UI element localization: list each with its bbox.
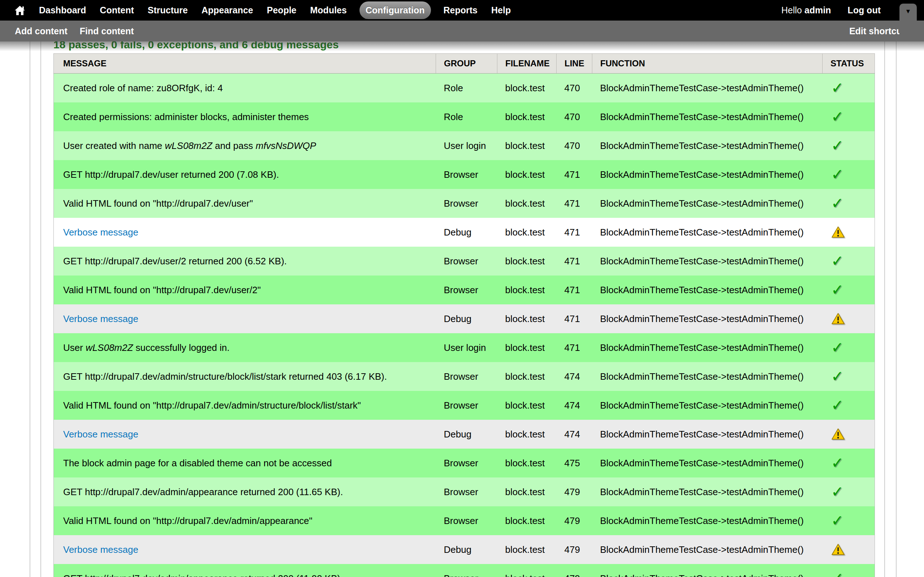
status-cell: ✓ <box>822 160 875 189</box>
function-cell: BlockAdminThemeTestCase->testAdminTheme(… <box>592 477 822 506</box>
message-text: Valid HTML found on "http://drupal7.dev/… <box>63 400 361 411</box>
check-icon: ✓ <box>831 484 844 500</box>
message-text: GET http://drupal7.dev/admin/appearance … <box>63 487 343 497</box>
group-cell: Browser <box>436 160 498 189</box>
shortcut-item-find-content[interactable]: Find content <box>80 26 134 36</box>
group-cell: Browser <box>436 276 498 305</box>
message-text: User created with name <box>63 140 165 151</box>
filename-cell: block.test <box>498 305 557 333</box>
message-cell: GET http://drupal7.dev/admin/appearance … <box>54 477 436 506</box>
message-cell: Created role of name: zu8ORfgK, id: 4 <box>54 74 436 103</box>
toolbar-item-reports[interactable]: Reports <box>444 5 478 16</box>
filename-cell: block.test <box>498 449 557 477</box>
line-cell: 471 <box>557 160 592 189</box>
group-cell: Browser <box>436 391 498 420</box>
line-cell: 471 <box>557 247 592 276</box>
status-cell: ✓ <box>822 477 875 506</box>
verbose-message-link[interactable]: Verbose message <box>63 313 138 324</box>
warning-icon <box>831 226 845 237</box>
group-cell: Browser <box>436 449 498 477</box>
toolbar-item-configuration[interactable]: Configuration <box>360 2 431 19</box>
table-row: Valid HTML found on "http://drupal7.dev/… <box>54 189 875 218</box>
check-icon: ✓ <box>831 167 844 182</box>
verbose-message-link[interactable]: Verbose message <box>63 429 138 440</box>
table-row: Verbose messageDebugblock.test471BlockAd… <box>54 305 875 333</box>
table-row: Valid HTML found on "http://drupal7.dev/… <box>54 276 875 305</box>
table-row: GET http://drupal7.dev/user returned 200… <box>54 160 875 189</box>
verbose-message-link[interactable]: Verbose message <box>63 227 138 238</box>
verbose-message-link[interactable]: Verbose message <box>63 544 138 555</box>
header-row: MESSAGEGROUPFILENAMELINEFUNCTIONSTATUS <box>54 54 875 74</box>
line-cell: 479 <box>557 535 592 564</box>
function-cell: BlockAdminThemeTestCase->testAdminTheme(… <box>592 276 822 305</box>
message-cell: User created with name wLS08m2Z and pass… <box>54 131 436 160</box>
status-cell: ✓ <box>822 131 875 160</box>
group-cell: Browser <box>436 564 498 577</box>
column-header-filename: FILENAME <box>498 54 557 74</box>
message-cell: Verbose message <box>54 535 436 564</box>
table-row: Valid HTML found on "http://drupal7.dev/… <box>54 506 875 535</box>
toolbar-toggle-button[interactable]: ▼ <box>900 3 917 42</box>
admin-toolbar: DashboardContentStructureAppearancePeopl… <box>0 0 924 21</box>
toolbar-item-modules[interactable]: Modules <box>310 5 347 16</box>
message-text: GET http://drupal7.dev/user returned 200… <box>63 169 279 180</box>
table-row: The block admin page for a disabled them… <box>54 449 875 477</box>
message-emphasis: mfvsNsDWQP <box>255 140 316 151</box>
group-cell: User login <box>436 131 498 160</box>
function-cell: BlockAdminThemeTestCase->testAdminTheme(… <box>592 160 822 189</box>
column-header-line: LINE <box>557 54 592 74</box>
line-cell: 471 <box>557 305 592 333</box>
function-cell: BlockAdminThemeTestCase->testAdminTheme(… <box>592 391 822 420</box>
check-icon: ✓ <box>831 398 844 413</box>
line-cell: 474 <box>557 420 592 449</box>
username: admin <box>804 5 831 15</box>
message-text: GET http://drupal7.dev/admin/structure/b… <box>63 371 387 382</box>
logout-link[interactable]: Log out <box>848 5 881 16</box>
line-cell: 471 <box>557 189 592 218</box>
line-cell: 475 <box>557 449 592 477</box>
group-cell: Debug <box>436 535 498 564</box>
table-row: GET http://drupal7.dev/user/2 returned 2… <box>54 247 875 276</box>
check-icon: ✓ <box>831 196 844 211</box>
status-cell: ✓ <box>822 333 875 362</box>
filename-cell: block.test <box>498 564 557 577</box>
filename-cell: block.test <box>498 218 557 247</box>
message-cell: User wLS08m2Z successfully logged in. <box>54 333 436 362</box>
function-cell: BlockAdminThemeTestCase->testAdminTheme(… <box>592 131 822 160</box>
line-cell: 470 <box>557 102 592 131</box>
group-cell: Debug <box>436 218 498 247</box>
line-cell: 474 <box>557 362 592 391</box>
toolbar-item-dashboard[interactable]: Dashboard <box>39 5 86 16</box>
page-border-right-inner <box>884 42 885 577</box>
check-icon: ✓ <box>831 456 844 471</box>
filename-cell: block.test <box>498 74 557 103</box>
shortcut-item-add-content[interactable]: Add content <box>15 26 68 36</box>
group-cell: Browser <box>436 362 498 391</box>
check-icon: ✓ <box>831 513 844 528</box>
column-header-status: STATUS <box>822 54 875 74</box>
home-icon[interactable] <box>15 5 25 16</box>
status-cell <box>822 305 875 333</box>
line-cell: 470 <box>557 74 592 103</box>
check-icon: ✓ <box>831 369 844 384</box>
function-cell: BlockAdminThemeTestCase->testAdminTheme(… <box>592 305 822 333</box>
toolbar-item-structure[interactable]: Structure <box>148 5 188 16</box>
message-cell: GET http://drupal7.dev/user returned 200… <box>54 160 436 189</box>
function-cell: BlockAdminThemeTestCase->testAdminTheme(… <box>592 247 822 276</box>
toolbar-item-people[interactable]: People <box>267 5 296 16</box>
filename-cell: block.test <box>498 131 557 160</box>
group-cell: Browser <box>436 506 498 535</box>
shortcuts-list: Add contentFind content <box>15 21 134 42</box>
filename-cell: block.test <box>498 102 557 131</box>
toolbar-item-help[interactable]: Help <box>491 5 511 16</box>
toolbar-item-appearance[interactable]: Appearance <box>201 5 253 16</box>
line-cell: 474 <box>557 391 592 420</box>
check-icon: ✓ <box>831 340 844 355</box>
toolbar-item-content[interactable]: Content <box>100 5 134 16</box>
table-row: GET http://drupal7.dev/admin/structure/b… <box>54 362 875 391</box>
column-header-message: MESSAGE <box>54 54 436 74</box>
message-text: Valid HTML found on "http://drupal7.dev/… <box>63 198 253 209</box>
message-cell: Valid HTML found on "http://drupal7.dev/… <box>54 276 436 305</box>
group-cell: Browser <box>436 477 498 506</box>
line-cell: 471 <box>557 333 592 362</box>
